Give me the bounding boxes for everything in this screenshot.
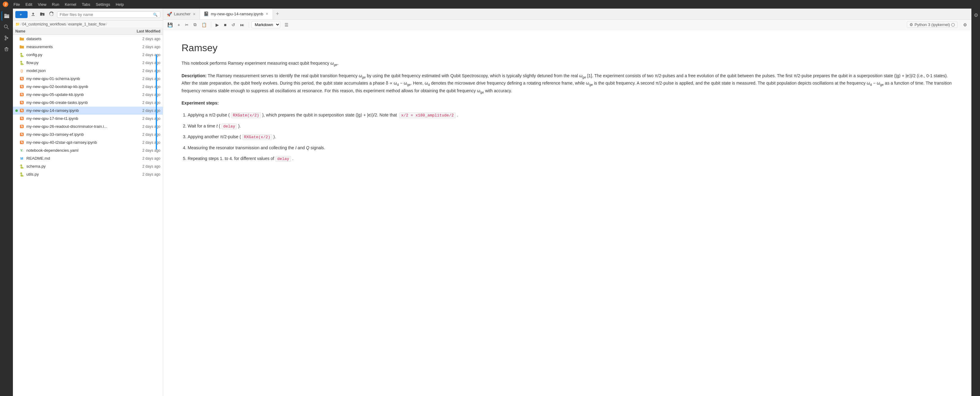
file-type-icon: N [19,124,24,129]
svg-text:🐍: 🐍 [19,172,24,177]
file-item[interactable]: N my-new-qpu-05-update-kb.ipynb 2 days a… [13,91,163,99]
file-name: utils.py [26,172,124,177]
file-modified: 2 days ago [124,76,161,81]
plus-icon: + [20,12,22,17]
search-box[interactable]: 🔍 [57,11,161,18]
save-button[interactable]: 💾 [165,21,175,29]
breadcrumb-part-1[interactable]: 04_customizing_workflows [22,22,66,26]
new-button[interactable]: + [15,11,28,18]
notebook-intro: This notebook performs Ramsey experiment… [181,60,953,67]
search-icon: 🔍 [153,13,158,17]
file-name: config.py [26,52,124,57]
search-input[interactable] [60,12,153,17]
tab-notebook-close[interactable]: × [265,12,269,16]
sidebar-files-btn[interactable] [2,11,11,21]
file-item[interactable]: 🐍 flow.py 2 days ago [13,59,163,67]
file-item[interactable]: N my-new-qpu-40-t2star-qpt-ramsey.ipynb … [13,138,163,146]
cell-type-select[interactable]: Markdown Code Raw [251,21,280,28]
new-folder-button[interactable] [39,10,46,19]
file-type-icon: N [19,76,24,81]
file-name: notebook-dependencies.yaml [26,148,124,153]
step1-code1: RXGate(x/2) [231,113,261,118]
kernel-select[interactable]: ⚙ Python 3 (ipykernel) [907,21,958,28]
gear-icon: ⚙ [910,22,913,27]
tab-launcher-close[interactable]: × [192,12,196,16]
file-type-icon: N [19,100,24,105]
file-item[interactable]: N my-new-qpu-01-schema.ipynb 2 days ago [13,75,163,83]
menu-settings[interactable]: Settings [93,2,113,7]
file-item[interactable]: N my-new-qpu-02-bootstrap-kb.ipynb 2 day… [13,83,163,91]
stop-button[interactable]: ■ [222,21,228,29]
notebook-content: Ramsey This notebook performs Ramsey exp… [163,30,971,396]
file-type-icon: 🐍 [19,52,24,57]
file-modified: 2 days ago [124,45,161,49]
file-name: README.md [26,156,124,161]
file-item[interactable]: N my-new-qpu-06-create-tasks.ipynb 2 day… [13,99,163,107]
sidebar-extensions-btn[interactable] [2,44,11,54]
step1-code2: x/2 = x180_amplitude/2 [399,113,456,118]
sidebar-search-btn[interactable] [2,22,11,32]
upload-button[interactable] [29,10,37,19]
tab-notebook[interactable]: 📓 my-new-qpu-14-ramsey.ipynb × [200,9,273,20]
file-item[interactable]: 🐍 config.py 2 days ago [13,51,163,59]
file-modified: 2 days ago [124,124,161,129]
notebook-title: Ramsey [181,42,953,54]
file-modified: 2 days ago [124,116,161,121]
svg-text:J: J [5,2,6,6]
file-item[interactable]: 🐍 utils.py 2 days ago [13,170,163,178]
restart-button[interactable]: ↺ [230,21,237,29]
refresh-button[interactable] [48,10,55,19]
notebook-toolbar: 💾 + ✂ ⧉ 📋 ▶ ■ ↺ ⏭ Markdown Code Raw ☰ ⚙ … [163,20,971,30]
tab-launcher-label: Launcher [174,12,191,16]
run-button[interactable]: ▶ [214,21,221,29]
menu-file[interactable]: File [11,2,22,7]
file-item[interactable]: {} model.json 2 days ago [13,67,163,75]
svg-point-4 [4,25,7,28]
file-item[interactable]: 🐍 schema.py 2 days ago [13,162,163,170]
file-name: measurements [26,45,124,49]
menu-tabs[interactable]: Tabs [80,2,92,7]
add-cell-button[interactable]: + [176,21,182,29]
sidebar-right-toggle[interactable]: ⚙ [961,21,969,29]
sidebar-git-btn[interactable] [2,33,11,43]
experiment-steps: Applying a π/2-pulse ( RXGate(x/2) ), wh… [188,111,953,162]
file-type-icon: N [19,92,24,97]
file-item[interactable]: N my-new-qpu-26-readout-discriminator-tr… [13,122,163,130]
file-name: my-new-qpu-26-readout-discriminator-trai… [26,124,124,129]
paste-button[interactable]: 📋 [200,21,208,29]
col-name-header[interactable]: Name [15,29,124,33]
menu-help[interactable]: Help [113,2,126,7]
file-item[interactable]: N my-new-qpu-33-ramsey-ef.ipynb 2 days a… [13,130,163,138]
menu-run[interactable]: Run [49,2,62,7]
menu-edit[interactable]: Edit [23,2,35,7]
tab-launcher[interactable]: 🚀 Launcher × [163,9,200,20]
file-item[interactable]: Y: notebook-dependencies.yaml 2 days ago [13,146,163,154]
file-item[interactable]: M README.md 2 days ago [13,154,163,162]
svg-rect-3 [4,16,9,18]
tab-add-button[interactable]: + [273,11,282,17]
right-settings-icon[interactable]: ⚙ [973,11,979,19]
icon-sidebar [0,9,13,396]
menu-view[interactable]: View [35,2,49,7]
step2-code: delay [221,124,237,129]
file-item[interactable]: datasets 2 days ago [13,35,163,43]
file-name: my-new-qpu-06-create-tasks.ipynb [26,100,124,105]
file-type-icon: 🐍 [19,164,24,169]
notebook-tab-icon: 📓 [204,11,209,16]
file-item[interactable]: N my-new-qpu-14-ramsey.ipynb 2 days ago [13,107,163,115]
run-all-button[interactable]: ⏭ [238,21,246,29]
kernel-status-indicator [951,23,955,27]
breadcrumb: 📁 / 04_customizing_workflows / example_1… [13,21,163,28]
file-type-icon: N [19,84,24,89]
menu-kernel[interactable]: Kernel [62,2,79,7]
cut-button[interactable]: ✂ [183,21,191,29]
menu-icon-btn[interactable]: ☰ [283,21,290,29]
file-type-icon: M [19,156,24,161]
file-toolbar: + 🔍 [13,9,163,21]
file-item[interactable]: N my-new-qpu-17-time-t1.ipynb 2 days ago [13,115,163,122]
file-item[interactable]: measurements 2 days ago [13,43,163,51]
step-3: Appying another π/2-pulse ( RXGate(x/2) … [188,133,953,141]
breadcrumb-part-2[interactable]: example_1_basic_flow [68,22,105,26]
copy-button[interactable]: ⧉ [192,21,198,29]
active-indicator-bar [156,54,157,149]
